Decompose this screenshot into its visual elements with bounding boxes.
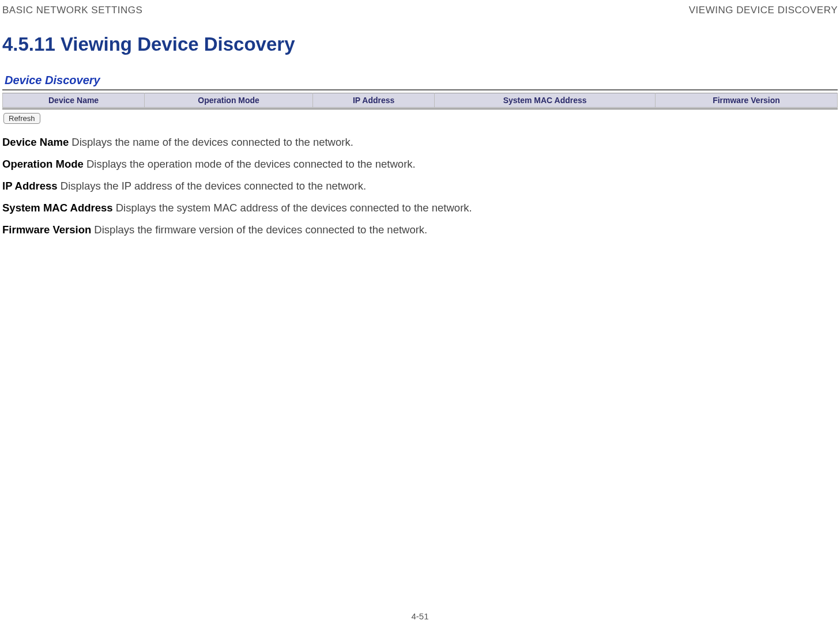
desc-text: Displays the firmware version of the dev… [91,224,427,236]
discovery-table: Device Name Operation Mode IP Address Sy… [2,93,838,108]
desc-operation-mode: Operation Mode Displays the operation mo… [2,157,838,171]
desc-system-mac: System MAC Address Displays the system M… [2,201,838,215]
table-underline [2,108,838,109]
desc-device-name: Device Name Displays the name of the dev… [2,135,838,149]
header-left: BASIC NETWORK SETTINGS [2,5,142,16]
panel-title: Device Discovery [2,73,838,89]
desc-term: Device Name [2,136,69,148]
desc-term: System MAC Address [2,202,113,214]
header-right: VIEWING DEVICE DISCOVERY [689,5,838,16]
desc-text: Displays the system MAC address of the d… [113,202,472,214]
desc-text: Displays the operation mode of the devic… [84,158,416,170]
page-number: 4-51 [411,611,428,621]
col-firmware-version: Firmware Version [656,93,838,108]
col-device-name: Device Name [3,93,145,108]
page-header: BASIC NETWORK SETTINGS VIEWING DEVICE DI… [0,0,840,16]
field-descriptions: Device Name Displays the name of the dev… [0,135,840,237]
section-heading: 4.5.11 Viewing Device Discovery [0,16,840,67]
desc-term: Operation Mode [2,158,84,170]
refresh-button[interactable]: Refresh [3,113,40,124]
col-ip-address: IP Address [313,93,435,108]
desc-term: IP Address [2,180,58,192]
desc-firmware-version: Firmware Version Displays the firmware v… [2,223,838,237]
desc-text: Displays the name of the devices connect… [69,136,353,148]
device-discovery-panel: Device Discovery Device Name Operation M… [2,73,838,124]
table-header-row: Device Name Operation Mode IP Address Sy… [3,93,838,108]
desc-text: Displays the IP address of the devices c… [58,180,366,192]
panel-divider [2,89,838,90]
col-operation-mode: Operation Mode [145,93,313,108]
desc-term: Firmware Version [2,224,91,236]
desc-ip-address: IP Address Displays the IP address of th… [2,179,838,193]
col-system-mac: System MAC Address [435,93,656,108]
